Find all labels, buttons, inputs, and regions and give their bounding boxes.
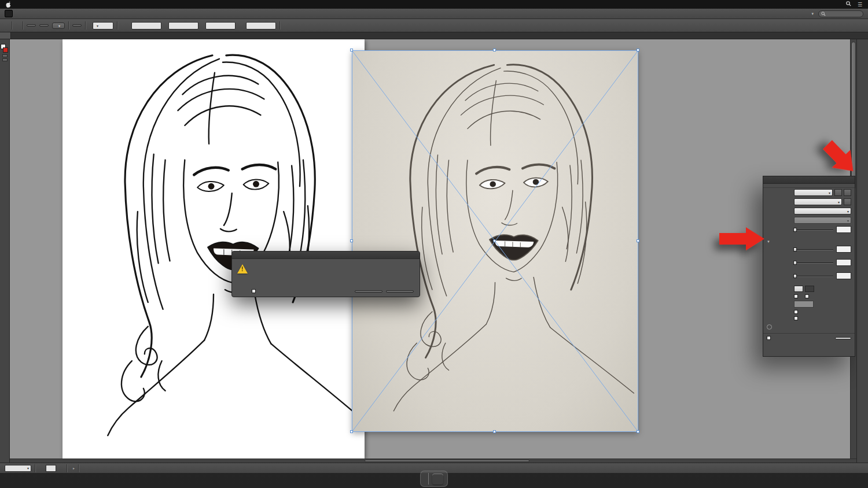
x-field[interactable] bbox=[131, 22, 161, 29]
draw-mode-button[interactable] bbox=[2, 54, 8, 57]
preset-select[interactable] bbox=[794, 189, 833, 196]
dialog-titlebar[interactable] bbox=[232, 252, 420, 259]
paths-slider-thumb[interactable] bbox=[793, 247, 797, 252]
noise-slider-thumb[interactable] bbox=[793, 274, 797, 278]
menubar-status-area: ☰ bbox=[833, 1, 862, 8]
threshold-value[interactable] bbox=[836, 226, 851, 233]
notification-center-icon[interactable]: ☰ bbox=[858, 2, 862, 8]
stroke-color-swatch[interactable] bbox=[3, 47, 8, 53]
image-trace-panel-titlebar[interactable] bbox=[763, 176, 855, 184]
image-trace-button[interactable] bbox=[52, 23, 65, 29]
illustrator-logo-icon[interactable] bbox=[5, 10, 13, 17]
info-icon bbox=[767, 324, 772, 330]
separator bbox=[35, 464, 35, 472]
selection-handle-w[interactable] bbox=[350, 239, 353, 242]
palette-select bbox=[794, 217, 851, 224]
corners-slider-thumb[interactable] bbox=[793, 261, 797, 265]
traced-artwork bbox=[62, 39, 365, 459]
w-field[interactable] bbox=[205, 22, 236, 29]
threshold-slider-thumb[interactable] bbox=[793, 228, 797, 232]
advanced-section-toggle[interactable] bbox=[763, 238, 855, 245]
macos-dock bbox=[420, 471, 448, 487]
selection-handle-se[interactable] bbox=[637, 430, 639, 433]
selection-handle-n[interactable] bbox=[493, 49, 496, 51]
selection-center-point[interactable] bbox=[493, 239, 496, 242]
ignore-white-checkbox[interactable] bbox=[794, 316, 800, 320]
threshold-slider[interactable] bbox=[795, 227, 833, 232]
selection-handle-nw[interactable] bbox=[350, 49, 353, 51]
document-tab-bar bbox=[0, 32, 868, 39]
dock-separator bbox=[428, 473, 429, 485]
paths-slider[interactable] bbox=[795, 246, 833, 252]
method-abutting-button[interactable] bbox=[794, 286, 803, 292]
mask-button[interactable] bbox=[72, 24, 82, 27]
snap-curves-checkbox[interactable] bbox=[794, 310, 800, 314]
separator bbox=[117, 21, 117, 29]
fills-checkbox[interactable] bbox=[794, 294, 800, 298]
search-input[interactable] bbox=[818, 10, 863, 17]
pasteboard[interactable] bbox=[10, 39, 856, 463]
separator bbox=[85, 21, 86, 29]
macos-menubar: ☰ bbox=[0, 0, 868, 9]
corners-slider[interactable] bbox=[795, 260, 833, 265]
selection-handle-sw[interactable] bbox=[350, 430, 353, 433]
y-field[interactable] bbox=[168, 22, 198, 29]
search-icon bbox=[821, 12, 826, 16]
method-overlapping-button[interactable] bbox=[805, 286, 814, 292]
manage-presets-icon[interactable] bbox=[844, 189, 851, 196]
dialog-note bbox=[252, 265, 414, 271]
control-panel bbox=[0, 19, 868, 32]
workspace-switcher[interactable] bbox=[810, 12, 814, 16]
embed-button[interactable] bbox=[27, 24, 36, 27]
horizontal-scrollbar[interactable] bbox=[10, 459, 856, 463]
screen-mode-button[interactable] bbox=[2, 58, 8, 61]
selection-handle-ne[interactable] bbox=[637, 49, 639, 51]
status-indicator[interactable] bbox=[71, 466, 75, 470]
apple-menu-icon[interactable] bbox=[6, 1, 13, 8]
warning-icon bbox=[237, 264, 248, 273]
opacity-field[interactable] bbox=[93, 22, 113, 29]
fill-stroke-swatches[interactable] bbox=[1, 44, 9, 53]
mode-select[interactable] bbox=[794, 208, 851, 215]
noise-value[interactable] bbox=[836, 272, 851, 279]
stroke-width-field bbox=[794, 301, 814, 308]
view-eye-icon[interactable] bbox=[844, 198, 851, 205]
document-tab[interactable] bbox=[0, 32, 11, 39]
strokes-checkbox[interactable] bbox=[805, 294, 811, 298]
paths-value[interactable] bbox=[836, 246, 851, 253]
cancel-button[interactable] bbox=[355, 290, 382, 293]
noise-slider[interactable] bbox=[795, 273, 833, 279]
separator bbox=[12, 21, 12, 29]
tools-panel bbox=[0, 39, 10, 463]
view-select[interactable] bbox=[794, 198, 842, 205]
selection-handle-s[interactable] bbox=[493, 430, 496, 433]
panel-dock-strip bbox=[856, 39, 868, 463]
corners-value[interactable] bbox=[836, 259, 851, 266]
separator bbox=[78, 464, 79, 472]
vertical-scrollbar-thumb[interactable] bbox=[851, 42, 856, 190]
selection-handle-e[interactable] bbox=[637, 239, 639, 242]
separator bbox=[67, 464, 67, 472]
artboard-1[interactable] bbox=[62, 39, 365, 459]
save-preset-icon[interactable] bbox=[834, 189, 842, 196]
ok-button[interactable] bbox=[386, 290, 414, 293]
image-trace-panel bbox=[763, 176, 855, 357]
separator bbox=[23, 21, 23, 29]
separator bbox=[68, 21, 69, 29]
horizontal-scrollbar-thumb[interactable] bbox=[365, 460, 529, 462]
application-bar bbox=[0, 9, 868, 19]
dont-show-again-checkbox[interactable] bbox=[252, 289, 258, 293]
adobe-illustrator-dialog bbox=[231, 251, 420, 297]
placed-image[interactable] bbox=[352, 50, 638, 432]
spotlight-icon[interactable] bbox=[846, 1, 851, 8]
trace-preset-buttons bbox=[763, 184, 855, 188]
zoom-level-select[interactable] bbox=[5, 465, 31, 472]
trace-button[interactable] bbox=[835, 337, 851, 339]
edit-original-button[interactable] bbox=[39, 24, 49, 27]
artboard-number-field[interactable] bbox=[46, 465, 56, 472]
separator bbox=[279, 21, 280, 29]
h-field[interactable] bbox=[246, 22, 276, 29]
preview-checkbox[interactable] bbox=[767, 336, 773, 340]
dock-trash[interactable] bbox=[432, 474, 443, 485]
